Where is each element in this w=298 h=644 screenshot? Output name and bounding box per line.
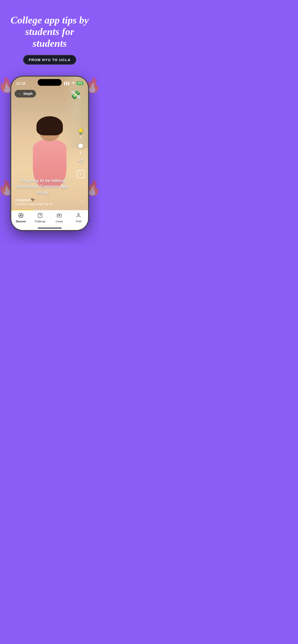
person-hair [37,116,63,135]
money-emoji: 💸 [70,90,81,100]
header-section: College app tips by students for student… [0,0,99,77]
svg-point-3 [20,215,22,216]
create-icon [57,213,62,220]
nav-create-label: Create [56,220,63,223]
user-info: @stephyu 🦅 [15,198,70,202]
challenge-icon [37,213,43,220]
battery-indicator: 47% [77,82,83,85]
three-dots-menu[interactable]: ⋯ [80,198,85,204]
svg-marker-7 [59,215,60,216]
comment-icon [78,143,83,150]
phone-frame: 11:18 ▌▌▌ 47% [11,77,88,230]
phone-wrapper: 11:18 ▌▌▌ 47% [11,77,88,230]
dynamic-island [38,79,62,86]
tip-count: 5 [80,135,81,138]
nav-discover-label: Discover [16,220,26,223]
caption-main-text: I'm going to be talking about your Commo… [15,178,70,195]
tag-pill: FROM NYU TO UCLA [23,55,77,65]
tip-action[interactable]: 💡 5 [77,128,84,138]
person-head [39,120,60,141]
nav-challenge[interactable]: Challenge [31,213,50,223]
right-actions: 💡 5 2 [77,128,85,178]
nav-discover[interactable]: Discover [11,213,31,223]
nav-challenge-label: Challenge [35,220,45,223]
add-icon: + [77,170,85,178]
tip-icon: 💡 [77,128,84,135]
nav-profil-label: Profil [76,220,81,223]
nav-create[interactable]: Create [50,213,69,223]
bottom-navigation: Discover Challenge [11,210,88,230]
back-button-label: Steph [23,92,33,96]
caption-area: I'm going to be talking about your Commo… [11,178,74,206]
video-title-text: Common App Essay Tip #1 [15,202,70,206]
comment-action[interactable]: 2 [78,143,83,154]
profil-icon [76,213,81,220]
share-action[interactable] [78,158,83,165]
comment-count: 2 [80,151,81,154]
signal-icon: ▌▌▌ [64,82,70,85]
back-button[interactable]: ← Steph [15,90,36,98]
share-icon [78,158,83,165]
svg-point-8 [77,214,79,215]
video-title: Common App Essay Tip #1 [15,202,53,206]
discover-icon [18,213,24,220]
phone-screen: 11:18 ▌▌▌ 47% [11,77,88,230]
wifi-icon [72,82,75,85]
back-arrow-icon: ← [18,92,21,96]
home-indicator [38,228,62,228]
status-time: 11:18 [16,81,25,85]
headline: College app tips by students for student… [7,14,92,49]
username: @stephyu 🦅 [15,198,35,202]
add-action[interactable]: + [77,170,85,178]
status-icons: ▌▌▌ 47% [64,82,83,85]
nav-profil[interactable]: Profil [69,213,88,223]
svg-point-2 [19,213,23,218]
